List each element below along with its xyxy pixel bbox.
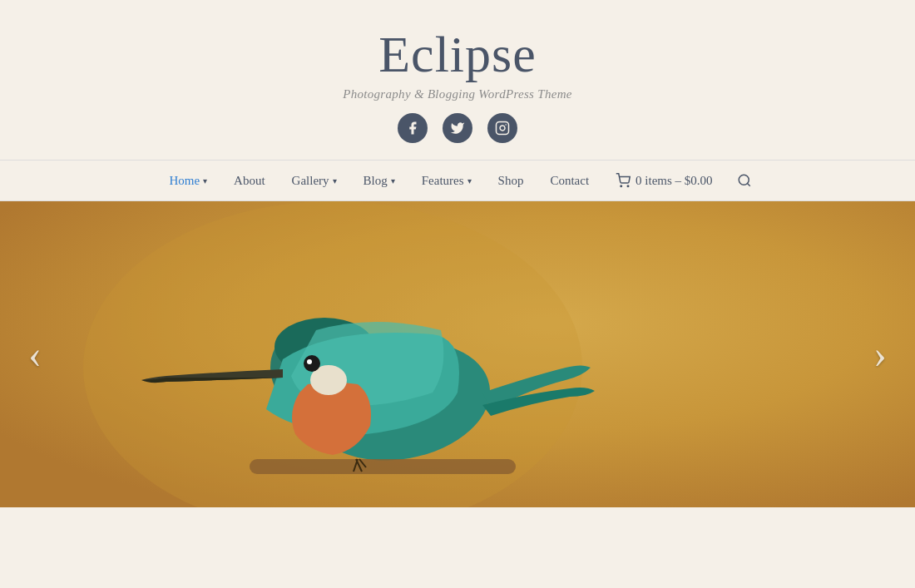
nav-link-about[interactable]: About — [220, 162, 279, 200]
site-header: Eclipse Photography & Blogging WordPress… — [0, 0, 915, 160]
hero-slider — [0, 201, 915, 507]
nav-link-gallery[interactable]: Gallery ▾ — [279, 162, 350, 200]
nav-link-contact[interactable]: Contact — [537, 162, 602, 200]
nav-item-blog[interactable]: Blog ▾ — [350, 162, 408, 200]
hero-illustration — [0, 201, 915, 507]
nav-link-features[interactable]: Features ▾ — [408, 162, 485, 200]
svg-point-2 — [621, 185, 622, 187]
svg-point-12 — [304, 355, 320, 372]
nav-item-about[interactable]: About — [220, 162, 279, 200]
nav-link-shop[interactable]: Shop — [485, 162, 537, 200]
nav-items-list: Home ▾ About Gallery ▾ Blog ▾ Features ▾ — [156, 161, 759, 200]
facebook-icon[interactable] — [398, 113, 428, 143]
svg-point-13 — [307, 359, 312, 364]
hero-image — [0, 201, 915, 507]
cart-icon — [616, 173, 631, 188]
carousel-prev-button[interactable] — [17, 336, 53, 373]
home-chevron-icon: ▾ — [203, 176, 207, 185]
carousel-next-button[interactable] — [862, 336, 898, 373]
svg-line-5 — [747, 183, 749, 185]
nav-item-contact[interactable]: Contact — [537, 162, 602, 200]
nav-cart[interactable]: 0 items – $0.00 — [602, 161, 726, 200]
svg-rect-0 — [497, 122, 509, 135]
social-icons-container — [398, 113, 517, 143]
nav-item-gallery[interactable]: Gallery ▾ — [279, 162, 350, 200]
svg-rect-14 — [250, 459, 516, 474]
nav-item-cart[interactable]: 0 items – $0.00 — [602, 161, 726, 200]
nav-item-home[interactable]: Home ▾ — [156, 162, 220, 200]
site-title: Eclipse — [378, 25, 537, 84]
nav-link-blog[interactable]: Blog ▾ — [350, 162, 408, 200]
search-button[interactable] — [730, 166, 759, 195]
gallery-chevron-icon: ▾ — [333, 176, 337, 185]
nav-item-shop[interactable]: Shop — [485, 162, 537, 200]
nav-item-search[interactable] — [726, 166, 759, 195]
svg-point-3 — [627, 185, 629, 187]
main-nav: Home ▾ About Gallery ▾ Blog ▾ Features ▾ — [0, 160, 915, 201]
nav-item-features[interactable]: Features ▾ — [408, 162, 485, 200]
site-tagline: Photography & Blogging WordPress Theme — [343, 87, 572, 101]
blog-chevron-icon: ▾ — [391, 176, 395, 185]
nav-link-home[interactable]: Home ▾ — [156, 162, 220, 200]
svg-point-4 — [739, 175, 749, 185]
twitter-icon[interactable] — [443, 113, 472, 143]
instagram-icon[interactable] — [487, 113, 517, 143]
features-chevron-icon: ▾ — [467, 176, 472, 185]
search-icon — [737, 173, 752, 188]
